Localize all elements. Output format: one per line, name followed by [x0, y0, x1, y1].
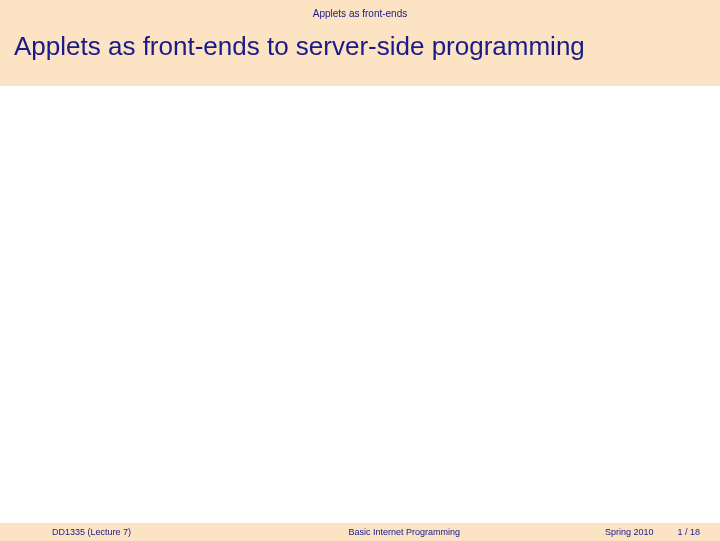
section-label: Applets as front-ends [0, 8, 720, 19]
footer-term: Spring 2010 [605, 527, 654, 537]
slide-footer: DD1335 (Lecture 7) Basic Internet Progra… [0, 523, 720, 541]
footer-subject: Basic Internet Programming [308, 527, 604, 537]
slide-header: Applets as front-ends Applets as front-e… [0, 0, 720, 86]
footer-page-number: 1 / 18 [677, 527, 700, 537]
slide-title: Applets as front-ends to server-side pro… [0, 31, 720, 62]
footer-course: DD1335 (Lecture 7) [0, 527, 308, 537]
